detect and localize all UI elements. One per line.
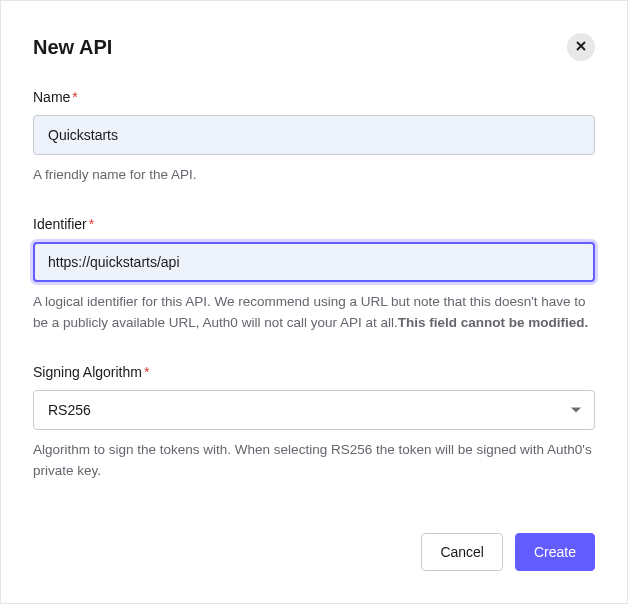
signing-algorithm-select-wrapper: RS256 bbox=[33, 390, 595, 430]
identifier-help-text: A logical identifier for this API. We re… bbox=[33, 292, 595, 334]
signing-algorithm-help-text: Algorithm to sign the tokens with. When … bbox=[33, 440, 595, 482]
modal-title: New API bbox=[33, 36, 112, 59]
modal-header: New API bbox=[33, 33, 595, 61]
new-api-modal: New API Name* A friendly name for the AP… bbox=[0, 0, 628, 604]
identifier-field-group: Identifier* A logical identifier for thi… bbox=[33, 216, 595, 334]
signing-algorithm-label: Signing Algorithm* bbox=[33, 364, 595, 380]
signing-algorithm-select[interactable]: RS256 bbox=[33, 390, 595, 430]
name-help-text: A friendly name for the API. bbox=[33, 165, 595, 186]
cancel-button[interactable]: Cancel bbox=[421, 533, 503, 571]
identifier-label: Identifier* bbox=[33, 216, 595, 232]
signing-algorithm-label-text: Signing Algorithm bbox=[33, 364, 142, 380]
modal-footer: Cancel Create bbox=[421, 533, 595, 571]
close-button[interactable] bbox=[567, 33, 595, 61]
identifier-label-text: Identifier bbox=[33, 216, 87, 232]
close-icon bbox=[576, 40, 586, 54]
name-input[interactable] bbox=[33, 115, 595, 155]
required-marker: * bbox=[89, 216, 94, 232]
name-field-group: Name* A friendly name for the API. bbox=[33, 89, 595, 186]
required-marker: * bbox=[144, 364, 149, 380]
create-button[interactable]: Create bbox=[515, 533, 595, 571]
name-label: Name* bbox=[33, 89, 595, 105]
signing-algorithm-field-group: Signing Algorithm* RS256 Algorithm to si… bbox=[33, 364, 595, 482]
name-label-text: Name bbox=[33, 89, 70, 105]
required-marker: * bbox=[72, 89, 77, 105]
identifier-help-bold: This field cannot be modified. bbox=[398, 315, 589, 330]
identifier-input[interactable] bbox=[33, 242, 595, 282]
